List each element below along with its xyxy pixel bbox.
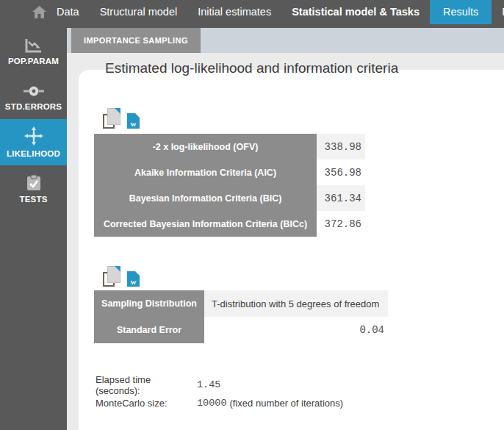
run-info: Elapsed time (seconds): 1.45 MonteCarlo …: [96, 376, 343, 412]
criteria-row-label: Akaike Information Criteria (AIC): [94, 160, 317, 185]
word-doc-icon: [135, 271, 140, 276]
subtab-importance-sampling[interactable]: IMPORTANCE SAMPLING: [71, 28, 201, 53]
crosshair-move-icon: [24, 126, 43, 146]
sampling-row-value: 0.04: [204, 317, 388, 343]
sidebar-item-label: TESTS: [19, 195, 47, 204]
sampling-row-value: T-distribution with 5 degrees of freedom: [204, 290, 388, 317]
results-subtab-bar: IMPORTANCE SAMPLING: [67, 28, 504, 53]
elapsed-time-value: 1.45: [197, 376, 343, 394]
montecarlo-note: (fixed number of iterations): [230, 398, 344, 409]
sampling-row-label: Standard Error: [94, 317, 204, 343]
sidebar-item-likelihood[interactable]: LIKELIHOOD: [0, 119, 67, 165]
tab-plots[interactable]: Plots: [492, 0, 504, 24]
elapsed-time-label: Elapsed time (seconds):: [96, 376, 197, 394]
criteria-table-toolbar: w: [102, 108, 140, 129]
sidebar-item-pop-param[interactable]: POP.PARAM: [0, 34, 67, 69]
sidebar-item-label: LIKELIHOOD: [7, 149, 60, 158]
copy-to-clipboard-button[interactable]: [102, 108, 120, 129]
criteria-row-label: -2 x log-likelihood (OFV): [94, 134, 317, 160]
tab-statistical-model-tasks[interactable]: Statistical model & Tasks: [281, 0, 430, 24]
criteria-row-label: Corrected Bayesian Information Criteria …: [94, 211, 317, 237]
sampling-table-toolbar: w: [102, 266, 140, 287]
criteria-row-label: Bayesian Information Criteria (BIC): [94, 185, 317, 211]
sidebar-item-label: STD.ERRORS: [5, 102, 62, 111]
criteria-row-value: 356.98: [317, 160, 365, 185]
tab-initial-estimates[interactable]: Initial estimates: [187, 0, 281, 24]
criteria-row-value: 372.86: [317, 211, 365, 237]
sampling-row-label: Sampling Distribution: [94, 290, 204, 317]
montecarlo-size-label: MonteCarlo size:: [96, 394, 197, 412]
criteria-row-value: 361.34: [317, 185, 365, 211]
montecarlo-size-value: 10000 (fixed number of iterations): [197, 394, 343, 412]
home-icon: [32, 6, 46, 18]
clipboard-check-icon: [26, 175, 41, 191]
tab-structural-model[interactable]: Structural model: [90, 0, 188, 24]
sidebar-item-tests[interactable]: TESTS: [0, 171, 67, 207]
word-doc-icon: [135, 113, 140, 118]
tab-results[interactable]: Results: [430, 0, 492, 24]
sampling-table: Sampling Distribution T-distribution wit…: [94, 290, 388, 343]
copy-to-word-button[interactable]: w: [127, 113, 140, 129]
copy-to-word-button[interactable]: w: [127, 271, 140, 287]
top-navbar: Data Structural model Initial estimates …: [0, 0, 504, 28]
sidebar-item-label: POP.PARAM: [8, 57, 59, 65]
copy-to-clipboard-button[interactable]: [102, 266, 120, 287]
sidebar-item-std-errors[interactable]: STD.ERRORS: [0, 79, 67, 115]
tab-data[interactable]: Data: [46, 0, 90, 24]
home-button[interactable]: [32, 0, 46, 24]
chart-decline-icon: [25, 38, 43, 53]
results-sidebar: POP.PARAM STD.ERRORS: [0, 28, 67, 430]
app-window: Data Structural model Initial estimates …: [0, 0, 504, 430]
error-bar-icon: [23, 84, 45, 98]
criteria-table: -2 x log-likelihood (OFV) 338.98 Akaike …: [94, 134, 365, 237]
page-title: Estimated log-likelihood and information…: [105, 60, 398, 76]
criteria-row-value: 338.98: [317, 134, 365, 160]
